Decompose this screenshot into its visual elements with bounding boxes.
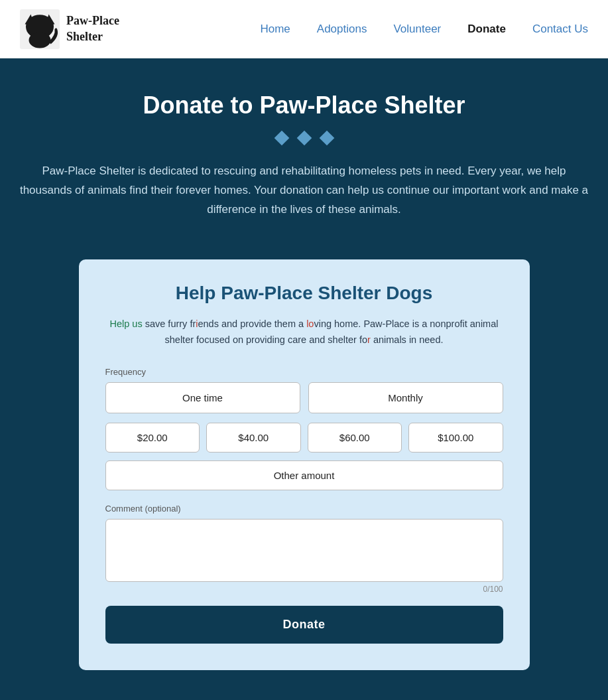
card-wrapper: Help Paw-Place Shelter Dogs Help us save… [0, 240, 608, 700]
page-title: Donate to Paw-Place Shelter [13, 92, 595, 119]
logo[interactable]: Paw-Place Shelter [20, 9, 119, 49]
hero-section: Donate to Paw-Place Shelter Paw-Place Sh… [0, 58, 608, 240]
amount-60[interactable]: $60.00 [308, 423, 402, 453]
diamond-icon-2 [296, 131, 312, 146]
cat-logo-icon [20, 9, 60, 49]
char-count: 0/100 [105, 585, 503, 594]
hero-description: Paw-Place Shelter is dedicated to rescui… [19, 162, 589, 220]
card-title: Help Paw-Place Shelter Dogs [105, 283, 503, 304]
comment-label: Comment (optional) [105, 504, 503, 514]
frequency-one-time[interactable]: One time [105, 382, 300, 413]
other-amount-button[interactable]: Other amount [105, 460, 503, 490]
nav-contact[interactable]: Contact Us [532, 23, 588, 35]
logo-line1: Paw-Place [66, 13, 119, 29]
diamond-icon-1 [274, 131, 289, 146]
frequency-row: One time Monthly [105, 382, 503, 413]
donate-button[interactable]: Donate [105, 606, 503, 644]
diamond-icon-3 [319, 131, 334, 146]
amounts-row: $20.00 $40.00 $60.00 $100.00 [105, 423, 503, 453]
frequency-monthly[interactable]: Monthly [308, 382, 503, 413]
nav-volunteer[interactable]: Volunteer [393, 23, 441, 35]
frequency-label: Frequency [105, 367, 503, 377]
nav-adoptions[interactable]: Adoptions [317, 23, 367, 35]
amount-100[interactable]: $100.00 [408, 423, 503, 453]
logo-line2: Shelter [66, 29, 119, 44]
comment-textarea[interactable] [105, 519, 503, 582]
donation-card: Help Paw-Place Shelter Dogs Help us save… [79, 259, 530, 670]
navbar: Paw-Place Shelter Home Adoptions Volunte… [0, 0, 608, 58]
amount-20[interactable]: $20.00 [105, 423, 200, 453]
svg-point-4 [29, 32, 51, 48]
card-description: Help us save furry friends and provide t… [105, 316, 503, 348]
nav-donate[interactable]: Donate [467, 23, 506, 35]
nav-home[interactable]: Home [260, 23, 290, 35]
divider-diamonds [13, 133, 595, 143]
nav-links: Home Adoptions Volunteer Donate Contact … [260, 23, 588, 36]
amount-40[interactable]: $40.00 [206, 423, 301, 453]
